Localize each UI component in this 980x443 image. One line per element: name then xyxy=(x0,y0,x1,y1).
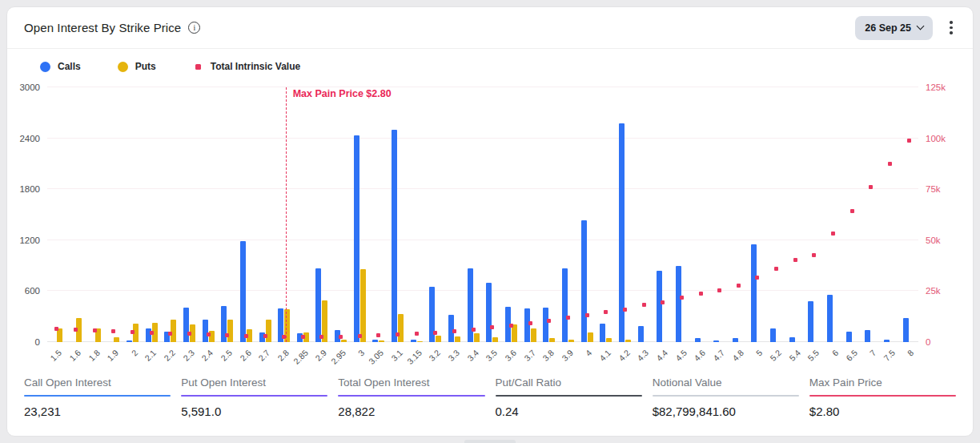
x-axis-label: 6.5 xyxy=(844,348,859,363)
x-axis-label: 3.2 xyxy=(428,348,443,363)
stat-notional-value: Notional Value $82,799,841.60 xyxy=(653,377,799,418)
x-axis-label: 3.15 xyxy=(405,348,424,366)
stat-underline xyxy=(181,395,327,397)
calls-bar xyxy=(751,244,757,342)
puts-bar xyxy=(531,328,536,342)
x-axis-label: 4.1 xyxy=(597,348,612,363)
left-axis-tick-label: 600 xyxy=(25,286,40,296)
max-pain-annotation: Max Pain Price $2.80 xyxy=(293,88,392,99)
legend-label: Total Intrinsic Value xyxy=(211,61,300,72)
intrinsic-value-dot xyxy=(623,308,627,312)
stat-underline xyxy=(338,395,484,397)
intrinsic-value-dot xyxy=(585,313,589,317)
intrinsic-value-dot xyxy=(54,327,58,331)
intrinsic-value-dot xyxy=(358,334,362,338)
x-axis-label: 1.6 xyxy=(67,348,82,363)
stat-label: Put/Call Ratio xyxy=(496,377,642,389)
intrinsic-value-dot xyxy=(282,335,286,339)
intrinsic-value-dot xyxy=(812,253,816,257)
x-axis-label: 3 xyxy=(356,348,367,358)
intrinsic-value-dot xyxy=(699,292,703,296)
intrinsic-value-dot xyxy=(301,335,305,339)
intrinsic-value-dot xyxy=(509,324,513,328)
calls-bar xyxy=(183,308,189,342)
intrinsic-value-dot xyxy=(566,316,570,320)
right-axis-tick-label: 125k xyxy=(926,83,946,92)
intrinsic-value-dot xyxy=(907,139,911,143)
gridline xyxy=(47,240,918,240)
calls-bar xyxy=(543,308,548,342)
stat-value: 0.24 xyxy=(496,405,642,418)
x-axis-label: 3.05 xyxy=(367,348,385,366)
puts-bar xyxy=(360,269,366,342)
calls-bar xyxy=(770,328,776,342)
puts-bar xyxy=(492,337,498,342)
calls-bar xyxy=(903,318,909,342)
left-axis-tick-label: 1800 xyxy=(19,184,40,194)
x-axis-label: 4.6 xyxy=(693,348,708,363)
calls-bar xyxy=(392,130,397,342)
intrinsic-value-dot xyxy=(737,284,741,288)
calls-bar xyxy=(562,268,568,342)
puts-bar xyxy=(549,338,555,342)
resize-handle[interactable] xyxy=(464,440,516,443)
intrinsic-value-dot xyxy=(263,334,267,338)
x-axis-label: 1.9 xyxy=(105,348,120,363)
info-icon[interactable]: i xyxy=(188,22,200,34)
puts-bar xyxy=(588,332,593,342)
stat-label: Total Open Interest xyxy=(338,377,484,389)
intrinsic-value-dot xyxy=(547,319,551,323)
intrinsic-value-dot xyxy=(717,288,721,292)
calls-bar xyxy=(695,338,701,342)
stat-value: 5,591.0 xyxy=(181,405,327,418)
intrinsic-value-dot xyxy=(93,328,97,332)
x-axis-label: 2.3 xyxy=(181,348,196,363)
right-axis-tick-label: 25k xyxy=(926,286,941,296)
kebab-menu-button[interactable] xyxy=(941,16,962,40)
expiry-date-dropdown[interactable]: 26 Sep 25 xyxy=(855,16,933,40)
kebab-dot xyxy=(950,31,953,34)
x-axis-label: 4.4 xyxy=(654,348,669,363)
calls-bar xyxy=(846,332,852,342)
x-axis-label: 2.95 xyxy=(329,348,347,366)
legend-item-calls[interactable]: Calls xyxy=(40,61,81,72)
left-axis-tick-label: 0 xyxy=(35,337,40,347)
right-axis-tick-label: 0 xyxy=(926,337,930,347)
legend-label: Calls xyxy=(58,61,81,72)
calls-bar xyxy=(240,241,246,342)
calls-bar xyxy=(676,266,681,342)
stat-underline xyxy=(809,395,956,397)
intrinsic-value-dot xyxy=(661,300,665,304)
intrinsic-value-dot xyxy=(680,296,684,300)
intrinsic-value-dot xyxy=(869,185,873,189)
legend-label: Puts xyxy=(135,61,156,72)
open-interest-card: Open Interest By Strike Price i 26 Sep 2… xyxy=(6,6,974,437)
puts-bar xyxy=(606,338,612,342)
intrinsic-value-dot xyxy=(396,332,400,336)
calls-bar xyxy=(808,301,813,342)
chart-plot-area: 0060025k120050k180075k2400100k3000125k1.… xyxy=(47,87,918,342)
chevron-down-icon xyxy=(917,22,925,30)
intrinsic-value-dot xyxy=(168,332,172,336)
intrinsic-value-dot xyxy=(831,232,835,236)
calls-bar xyxy=(127,340,132,342)
x-axis-label: 5.2 xyxy=(768,348,783,363)
x-axis-label: 2.5 xyxy=(219,348,234,363)
x-axis-label: 2.2 xyxy=(162,348,177,363)
stat-put-open-interest: Put Open Interest 5,591.0 xyxy=(181,377,327,418)
puts-bar xyxy=(398,314,404,342)
legend-item-puts[interactable]: Puts xyxy=(118,61,156,72)
x-axis-label: 5.4 xyxy=(787,348,802,363)
stat-label: Max Pain Price xyxy=(809,377,956,389)
gridline xyxy=(47,138,918,139)
legend-item-total-intrinsic-value[interactable]: Total Intrinsic Value xyxy=(193,61,300,72)
intrinsic-value-dot xyxy=(225,333,229,337)
x-axis-label: 2.4 xyxy=(200,348,215,363)
x-axis-label: 4.3 xyxy=(636,348,651,363)
stat-value: $2.80 xyxy=(809,405,956,418)
gridline xyxy=(47,290,918,291)
stat-value: 28,822 xyxy=(338,405,484,418)
max-pain-line: Max Pain Price $2.80 xyxy=(286,87,287,342)
puts-bar xyxy=(266,320,271,342)
intrinsic-value-dot xyxy=(244,334,248,338)
